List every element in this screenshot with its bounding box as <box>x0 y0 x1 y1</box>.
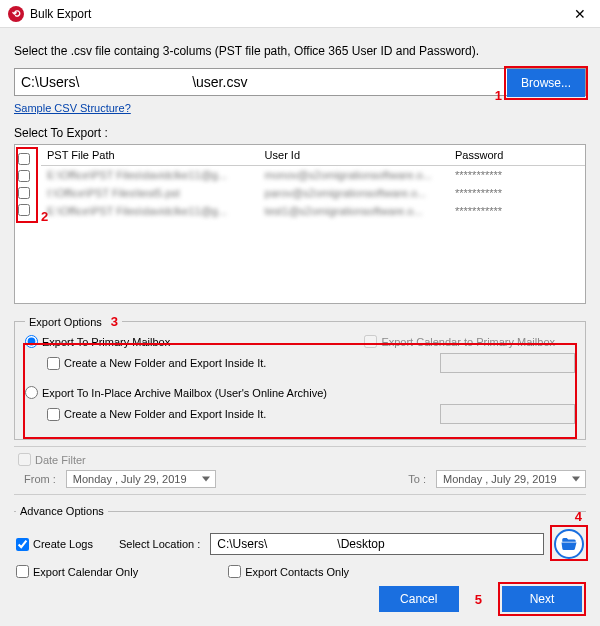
window-title: Bulk Export <box>30 7 568 21</box>
col-pst: PST File Path <box>41 145 259 166</box>
csv-path-input[interactable] <box>14 68 586 96</box>
row-checkbox[interactable] <box>18 170 30 182</box>
table-row[interactable]: I:\Office\PST Files\test5.pst parov@s2om… <box>41 184 585 202</box>
select-to-export-label: Select To Export : <box>14 126 586 140</box>
instruction-text: Select the .csv file containg 3-colums (… <box>14 44 586 58</box>
export-table: 2 PST File Path User Id Password E:\Offi… <box>14 144 586 304</box>
newfolder-inplace-checkbox[interactable]: Create a New Folder and Export Inside It… <box>47 408 266 421</box>
from-label: From : <box>24 473 56 485</box>
export-inplace-radio[interactable]: Export To In-Place Archive Mailbox (User… <box>25 386 575 399</box>
annotation-3: 3 <box>111 314 118 329</box>
create-logs-checkbox[interactable]: Create Logs <box>16 538 93 551</box>
folder-open-icon <box>560 535 578 553</box>
open-location-button[interactable] <box>554 529 584 559</box>
table-row[interactable]: E:\Office\PST Files\davidclke11@g... tes… <box>41 202 585 220</box>
close-button[interactable]: ✕ <box>568 6 592 22</box>
export-cal-primary-checkbox[interactable]: Export Calendar to Primary Mailbox <box>364 335 555 348</box>
sample-csv-link[interactable]: Sample CSV Structure? <box>14 102 131 114</box>
select-all-checkbox[interactable] <box>18 153 30 165</box>
from-date-picker[interactable]: Monday , July 29, 2019 <box>66 470 216 488</box>
location-input[interactable] <box>210 533 544 555</box>
table-row[interactable]: E:\Office\PST Files\davidclke11@g... mon… <box>41 166 585 185</box>
export-contacts-only-checkbox[interactable]: Export Contacts Only <box>228 565 349 578</box>
newfolder-inplace-input[interactable] <box>440 404 575 424</box>
export-calendar-only-checkbox[interactable]: Export Calendar Only <box>16 565 138 578</box>
row-checkbox[interactable] <box>18 204 30 216</box>
newfolder-primary-input[interactable] <box>440 353 575 373</box>
to-label: To : <box>408 473 426 485</box>
advance-options-group: Advance Options Create Logs Select Locat… <box>14 505 586 590</box>
browse-button[interactable]: Browse... <box>507 69 585 97</box>
col-user: User Id <box>259 145 449 166</box>
export-primary-radio[interactable]: Export To Primary Mailbox <box>25 335 170 348</box>
date-filter-checkbox[interactable]: Date Filter <box>18 453 586 466</box>
row-checkbox[interactable] <box>18 187 30 199</box>
annotation-4: 4 <box>575 509 582 524</box>
cancel-button[interactable]: Cancel <box>379 586 459 612</box>
col-pwd: Password <box>449 145 585 166</box>
advance-options-legend: Advance Options <box>16 505 108 517</box>
annotation-5: 5 <box>475 592 482 607</box>
export-options-group: Export Options 3 Export To Primary Mailb… <box>14 314 586 440</box>
newfolder-primary-checkbox[interactable]: Create a New Folder and Export Inside It… <box>47 357 266 370</box>
to-date-picker[interactable]: Monday , July 29, 2019 <box>436 470 586 488</box>
next-button[interactable]: Next <box>502 586 582 612</box>
app-icon: ⟲ <box>8 6 24 22</box>
export-options-legend: Export Options 3 <box>25 314 122 329</box>
title-bar: ⟲ Bulk Export ✕ <box>0 0 600 28</box>
select-location-label: Select Location : <box>119 538 200 550</box>
